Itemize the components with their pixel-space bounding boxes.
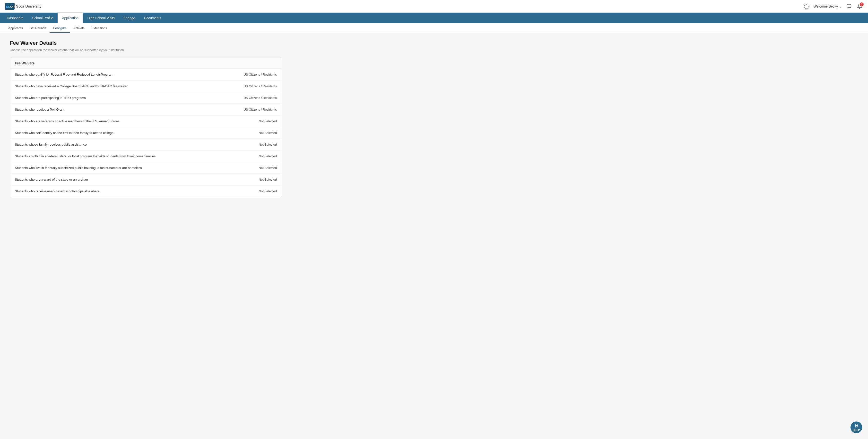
top-header: SC OIR Scoir University ◯ Welcome Becky … <box>0 0 868 12</box>
row-status: Not Selected <box>259 131 277 135</box>
svg-text:OIR: OIR <box>10 5 14 8</box>
logo-area: SC OIR Scoir University <box>5 3 41 10</box>
subnav-item-extensions[interactable]: Extensions <box>88 23 111 33</box>
welcome-label: Welcome Becky <box>813 4 838 8</box>
table-row[interactable]: Students who qualify for Federal Free an… <box>10 69 282 81</box>
page-title: Fee Waiver Details <box>10 40 282 46</box>
row-label: Students who are veterans or active memb… <box>15 119 120 123</box>
primary-nav: Dashboard School Profile Application Hig… <box>0 12 868 23</box>
table-row[interactable]: Students who receive a Pell Grant US Cit… <box>10 104 282 115</box>
table-header: Fee Waivers <box>10 58 282 69</box>
nav-item-school-profile[interactable]: School Profile <box>28 12 58 23</box>
row-status: Not Selected <box>259 189 277 193</box>
row-status: US Citizens / Residents <box>244 96 277 100</box>
row-status: Not Selected <box>259 143 277 146</box>
logo[interactable]: SC OIR Scoir University <box>5 3 41 10</box>
row-status: US Citizens / Residents <box>244 84 277 88</box>
row-status: Not Selected <box>259 154 277 158</box>
table-row[interactable]: Students whose family receives public as… <box>10 139 282 150</box>
page-subtitle: Choose the application fee-waiver criter… <box>10 48 282 52</box>
messages-button[interactable] <box>846 3 852 10</box>
nav-item-dashboard[interactable]: Dashboard <box>2 12 28 23</box>
row-label: Students who are participating in TRiO p… <box>15 96 86 100</box>
row-label: Students who are a ward of the state or … <box>15 178 88 181</box>
row-label: Students enrolled in a federal, state, o… <box>15 154 156 158</box>
row-status: Not Selected <box>259 166 277 170</box>
notifications-button[interactable]: 1 <box>856 3 863 10</box>
nav-item-application[interactable]: Application <box>58 12 83 23</box>
table-row[interactable]: Students who are participating in TRiO p… <box>10 92 282 104</box>
table-row[interactable]: Students who are veterans or active memb… <box>10 115 282 127</box>
table-row[interactable]: Students who live in federally subsidize… <box>10 162 282 174</box>
university-name: Scoir University <box>16 4 41 8</box>
nav-item-high-school-visits[interactable]: High School Visits <box>83 12 119 23</box>
subnav-item-activate[interactable]: Activate <box>70 23 88 33</box>
table-row[interactable]: Students who have received a College Boa… <box>10 81 282 92</box>
scoir-logo-icon: SC OIR <box>5 3 14 10</box>
table-row[interactable]: Students who are a ward of the state or … <box>10 174 282 185</box>
row-label: Students whose family receives public as… <box>15 143 87 146</box>
row-label: Students who receive a Pell Grant <box>15 108 64 111</box>
row-status: Not Selected <box>259 178 277 181</box>
header-right: ◯ Welcome Becky ⌄ 1 <box>803 3 863 10</box>
avatar-icon: ◯ <box>804 4 809 9</box>
row-label: Students who have received a College Boa… <box>15 84 128 88</box>
svg-text:SC: SC <box>6 5 10 8</box>
chat-icon <box>846 4 852 9</box>
fee-waivers-table: Fee Waivers Students who qualify for Fed… <box>10 58 282 197</box>
secondary-nav: Applicants Set Rounds Configure Activate… <box>0 23 868 33</box>
row-label: Students who receive need-based scholars… <box>15 189 99 193</box>
subnav-item-set-rounds[interactable]: Set Rounds <box>26 23 50 33</box>
main-content: Fee Waiver Details Choose the applicatio… <box>0 33 291 204</box>
notification-badge: 1 <box>860 2 864 6</box>
subnav-item-configure[interactable]: Configure <box>50 23 70 33</box>
nav-item-engage[interactable]: Engage <box>119 12 140 23</box>
table-row[interactable]: Students who receive need-based scholars… <box>10 185 282 197</box>
chevron-down-icon: ⌄ <box>839 4 842 8</box>
row-label: Students who self-identify as the first … <box>15 131 114 135</box>
subnav-item-applicants[interactable]: Applicants <box>5 23 26 33</box>
row-status: Not Selected <box>259 119 277 123</box>
row-label: Students who live in federally subsidize… <box>15 166 142 170</box>
row-label: Students who qualify for Federal Free an… <box>15 73 113 76</box>
table-row[interactable]: Students enrolled in a federal, state, o… <box>10 150 282 162</box>
table-row[interactable]: Students who self-identify as the first … <box>10 127 282 139</box>
row-status: US Citizens / Residents <box>244 108 277 111</box>
row-status: US Citizens / Residents <box>244 73 277 76</box>
nav-item-documents[interactable]: Documents <box>140 12 165 23</box>
welcome-dropdown[interactable]: Welcome Becky ⌄ <box>813 4 842 8</box>
user-avatar[interactable]: ◯ <box>803 3 810 10</box>
